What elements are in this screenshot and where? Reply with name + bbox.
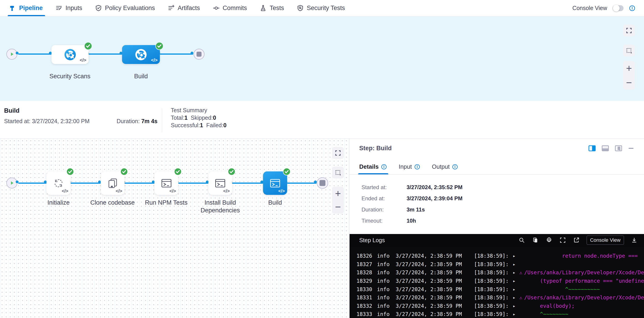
info-icon[interactable]: [629, 5, 635, 11]
multi-select-button[interactable]: [332, 167, 344, 178]
info-icon[interactable]: [381, 164, 387, 170]
expand-arrow-icon[interactable]: ▸: [513, 262, 516, 267]
fullscreen-icon[interactable]: [559, 237, 566, 244]
tab-artifacts[interactable]: Artifacts: [168, 0, 200, 16]
log-timestamp: 3/27/2024, 2:38:59 PM: [396, 311, 462, 317]
log-line[interactable]: 18328info3/27/2024, 2:38:59 PM[18:38:59]…: [350, 268, 644, 277]
log-line[interactable]: 18330info3/27/2024, 2:38:59 PM[18:38:59]…: [350, 285, 644, 294]
tab-security-tests[interactable]: Security Tests: [297, 0, 345, 16]
info-icon[interactable]: [414, 164, 420, 170]
log-timestamp: 3/27/2024, 2:38:59 PM: [396, 261, 462, 267]
step-tabs: Details Input Output: [350, 158, 644, 175]
log-line[interactable]: 18331info3/27/2024, 2:38:59 PM[18:38:59]…: [350, 294, 644, 302]
expand-arrow-icon[interactable]: ▸: [513, 278, 516, 284]
divider: [162, 108, 162, 132]
log-level: info: [377, 278, 390, 284]
zoom-in-button[interactable]: +: [623, 61, 635, 75]
console-view-button[interactable]: Console View: [586, 236, 624, 245]
fullscreen-icon: [334, 150, 341, 156]
success-badge: [84, 42, 92, 50]
tab-label: Security Tests: [307, 4, 345, 11]
log-line-number: 18329: [356, 278, 372, 284]
log-line[interactable]: 18326info3/27/2024, 2:38:59 PM[18:38:59]…: [350, 252, 644, 260]
expand-arrow-icon[interactable]: ▸: [513, 253, 516, 259]
edge: [287, 183, 316, 184]
tab-input[interactable]: Input: [399, 163, 420, 174]
tab-inputs[interactable]: Inputs: [56, 0, 82, 16]
stage-label: Security Scans: [42, 72, 97, 80]
code-glyph: </>: [151, 58, 158, 63]
zoom-controls: + −: [623, 61, 635, 90]
log-line-number: 18332: [356, 303, 372, 309]
selection-box-icon: [334, 169, 341, 176]
log-line[interactable]: 18329info3/27/2024, 2:38:59 PM[18:38:59]…: [350, 277, 644, 285]
expand-arrow-icon[interactable]: ▸: [513, 270, 516, 275]
panel-layout-controls: [588, 145, 634, 151]
step-logs-output[interactable]: 18326info3/27/2024, 2:38:59 PM[18:38:59]…: [350, 246, 644, 318]
fullscreen-icon: [626, 27, 632, 34]
zoom-in-button[interactable]: +: [332, 187, 344, 200]
stage-graph-canvas[interactable]: </> Security Scans </> Build + −: [0, 16, 644, 101]
edge: [18, 53, 52, 55]
top-navigation: Pipeline Inputs Policy Evaluations Artif…: [0, 0, 644, 16]
terminal-icon: [269, 177, 281, 189]
tab-pipeline[interactable]: Pipeline: [9, 0, 43, 16]
test-summary-row1: Total:1 Skipped:0: [171, 114, 226, 122]
terminal-icon: [160, 177, 172, 189]
step-details-list: Started at: 3/27/2024, 2:35:52 PM Ended …: [350, 175, 644, 234]
log-text: ^~~~~~~~~~~: [524, 286, 600, 292]
layout-bottom-pane-icon[interactable]: [602, 145, 609, 151]
test-summary-title: Test Summary: [171, 106, 226, 114]
info-icon[interactable]: [452, 164, 458, 170]
download-icon[interactable]: [631, 237, 638, 244]
success-badge: [66, 168, 74, 176]
tab-label: Pipeline: [19, 4, 43, 11]
tab-details[interactable]: Details: [359, 163, 387, 174]
log-line-number: 18328: [356, 270, 372, 276]
zoom-out-button[interactable]: −: [332, 200, 344, 214]
expand-arrow-icon[interactable]: ▸: [513, 312, 516, 317]
search-icon[interactable]: [518, 237, 525, 244]
log-line-number: 18326: [356, 253, 372, 259]
step-logs-title: Step Logs: [359, 237, 385, 244]
artifacts-icon: [168, 4, 175, 11]
step-label: Install Build Dependencies: [193, 199, 248, 214]
copy-icon[interactable]: [532, 237, 539, 244]
stage-card-security-scans[interactable]: </>: [52, 45, 88, 64]
check-icon: [174, 168, 182, 176]
fullscreen-button[interactable]: [623, 24, 635, 36]
log-timestamp: 3/27/2024, 2:38:59 PM: [396, 286, 462, 292]
layout-right-pane-icon[interactable]: [588, 145, 596, 151]
tab-policy-evaluations[interactable]: Policy Evaluations: [95, 0, 155, 16]
log-line-number: 18333: [356, 311, 372, 317]
multi-select-button[interactable]: [623, 45, 635, 56]
log-line[interactable]: 18332info3/27/2024, 2:38:59 PM[18:38:59]…: [350, 302, 644, 310]
fullscreen-button[interactable]: [332, 147, 344, 159]
tab-output[interactable]: Output: [432, 163, 458, 174]
end-node: [194, 49, 204, 60]
tab-commits[interactable]: Commits: [213, 0, 247, 16]
edge: [232, 183, 263, 184]
console-view-toggle[interactable]: [612, 5, 624, 11]
open-in-new-icon[interactable]: [573, 237, 580, 244]
zoom-out-button[interactable]: −: [623, 75, 635, 90]
log-line[interactable]: 18333info3/27/2024, 2:38:59 PM[18:38:59]…: [350, 310, 644, 318]
expand-arrow-icon[interactable]: ▸: [513, 287, 516, 292]
success-badge: [120, 168, 128, 176]
expand-arrow-icon[interactable]: ▸: [513, 303, 516, 309]
warning-icon: ⚠: [518, 270, 524, 275]
log-line[interactable]: 18327info3/27/2024, 2:38:59 PM[18:38:59]…: [350, 260, 644, 269]
success-badge: [283, 168, 291, 176]
step-label: Run NPM Tests: [139, 199, 194, 206]
tab-tests[interactable]: Tests: [260, 0, 284, 16]
ci-stage-icon: [64, 48, 76, 61]
expand-arrow-icon[interactable]: ▸: [513, 295, 516, 300]
minimize-icon[interactable]: [628, 145, 634, 151]
connector-dot: [16, 52, 18, 54]
gear-icon[interactable]: [546, 237, 552, 244]
step-graph-canvas[interactable]: </> Initialize </> Clone codebase </>: [0, 139, 350, 318]
layout-floating-pane-icon[interactable]: [615, 145, 622, 151]
active-tab-underline: [8, 15, 45, 16]
stage-card-build[interactable]: </>: [122, 45, 160, 64]
log-time-token: [18:38:59]:: [474, 311, 508, 317]
